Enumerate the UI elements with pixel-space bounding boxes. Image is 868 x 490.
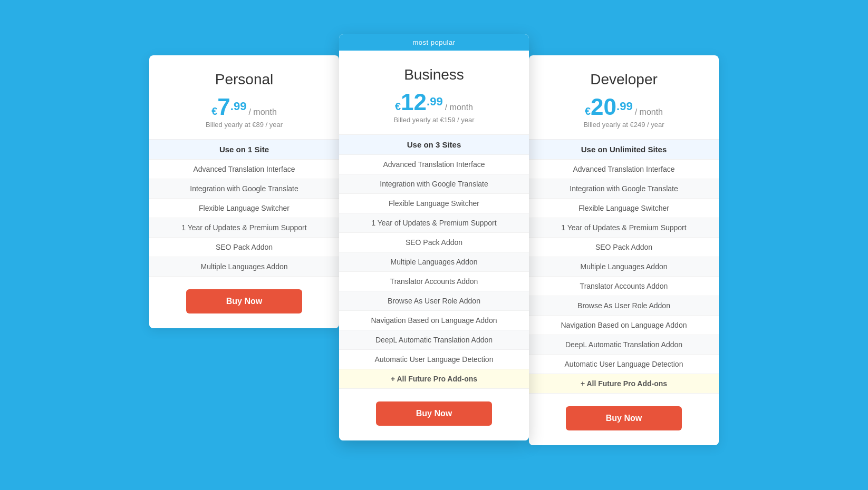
feature-item: 1 Year of Updates & Premium Support: [529, 218, 719, 238]
feature-item: Multiple Languages Addon: [339, 252, 529, 272]
feature-item: Automatic User Language Detection: [339, 350, 529, 369]
plan-price-business: € 12 .99 / month: [350, 91, 518, 114]
price-amount-business: 12: [401, 91, 427, 114]
feature-item: Use on Unlimited Sites: [529, 140, 719, 160]
features-list-personal: Use on 1 SiteAdvanced Translation Interf…: [149, 139, 339, 277]
plan-name-developer: Developer: [539, 71, 708, 88]
price-decimal-developer: .99: [616, 100, 633, 113]
plan-billed-developer: Billed yearly at €249 / year: [539, 121, 708, 129]
feature-item: Advanced Translation Interface: [339, 155, 529, 174]
feature-item: Integration with Google Translate: [149, 179, 339, 199]
features-list-developer: Use on Unlimited SitesAdvanced Translati…: [529, 139, 719, 394]
plan-header-personal: Personal € 7 .99 / month Billed yearly a…: [149, 55, 339, 139]
plan-footer-developer: Buy Now: [529, 394, 719, 445]
plan-header-developer: Developer € 20 .99 / month Billed yearly…: [529, 55, 719, 139]
plan-name-business: Business: [350, 66, 518, 83]
feature-item: DeepL Automatic Translation Addon: [339, 330, 529, 350]
feature-item: Integration with Google Translate: [339, 174, 529, 194]
pricing-table: Personal € 7 .99 / month Billed yearly a…: [118, 45, 750, 445]
price-decimal-personal: .99: [230, 100, 247, 113]
feature-item: Browse As User Role Addon: [339, 291, 529, 311]
plan-card-developer: Developer € 20 .99 / month Billed yearly…: [529, 55, 719, 445]
buy-button-business[interactable]: Buy Now: [376, 401, 492, 426]
plan-billed-personal: Billed yearly at €89 / year: [160, 121, 329, 129]
feature-item: 1 Year of Updates & Premium Support: [149, 218, 339, 238]
feature-item: Use on 3 Sites: [339, 135, 529, 155]
feature-item: + All Future Pro Add-ons: [529, 374, 719, 394]
price-currency-personal: €: [211, 106, 217, 116]
feature-item: Use on 1 Site: [149, 140, 339, 160]
price-period-business: / month: [445, 103, 473, 112]
price-amount-personal: 7: [217, 95, 230, 119]
plan-name-personal: Personal: [160, 71, 329, 88]
price-decimal-business: .99: [427, 95, 443, 109]
most-popular-badge: most popular: [339, 34, 529, 51]
feature-item: Browse As User Role Addon: [529, 296, 719, 316]
feature-item: Multiple Languages Addon: [529, 257, 719, 277]
feature-item: Automatic User Language Detection: [529, 355, 719, 374]
plan-footer-personal: Buy Now: [149, 277, 339, 328]
feature-item: Advanced Translation Interface: [149, 160, 339, 179]
price-period-developer: / month: [635, 107, 663, 117]
feature-item: Flexible Language Switcher: [149, 199, 339, 218]
feature-item: 1 Year of Updates & Premium Support: [339, 213, 529, 233]
feature-item: Advanced Translation Interface: [529, 160, 719, 179]
buy-button-personal[interactable]: Buy Now: [186, 289, 302, 313]
buy-button-developer[interactable]: Buy Now: [566, 406, 682, 430]
feature-item: SEO Pack Addon: [149, 238, 339, 257]
plan-price-personal: € 7 .99 / month: [160, 95, 329, 119]
feature-item: DeepL Automatic Translation Addon: [529, 335, 719, 355]
plan-card-personal: Personal € 7 .99 / month Billed yearly a…: [149, 55, 339, 328]
feature-item: Translator Accounts Addon: [529, 277, 719, 296]
price-currency-business: €: [395, 101, 401, 112]
plan-billed-business: Billed yearly at €159 / year: [350, 116, 518, 124]
plan-price-developer: € 20 .99 / month: [539, 95, 708, 119]
price-currency-developer: €: [585, 106, 591, 116]
feature-item: SEO Pack Addon: [339, 233, 529, 252]
feature-item: Translator Accounts Addon: [339, 272, 529, 291]
feature-item: Integration with Google Translate: [529, 179, 719, 199]
price-amount-developer: 20: [591, 95, 616, 119]
feature-item: Navigation Based on Language Addon: [529, 316, 719, 335]
plan-footer-business: Buy Now: [339, 389, 529, 440]
features-list-business: Use on 3 SitesAdvanced Translation Inter…: [339, 134, 529, 389]
feature-item: Flexible Language Switcher: [529, 199, 719, 218]
price-period-personal: / month: [248, 107, 276, 117]
feature-item: + All Future Pro Add-ons: [339, 369, 529, 389]
plan-card-business: most popular Business € 12 .99 / month B…: [339, 34, 529, 440]
feature-item: Navigation Based on Language Addon: [339, 311, 529, 330]
feature-item: Flexible Language Switcher: [339, 194, 529, 213]
feature-item: Multiple Languages Addon: [149, 257, 339, 277]
feature-item: SEO Pack Addon: [529, 238, 719, 257]
plan-header-business: Business € 12 .99 / month Billed yearly …: [339, 51, 529, 134]
